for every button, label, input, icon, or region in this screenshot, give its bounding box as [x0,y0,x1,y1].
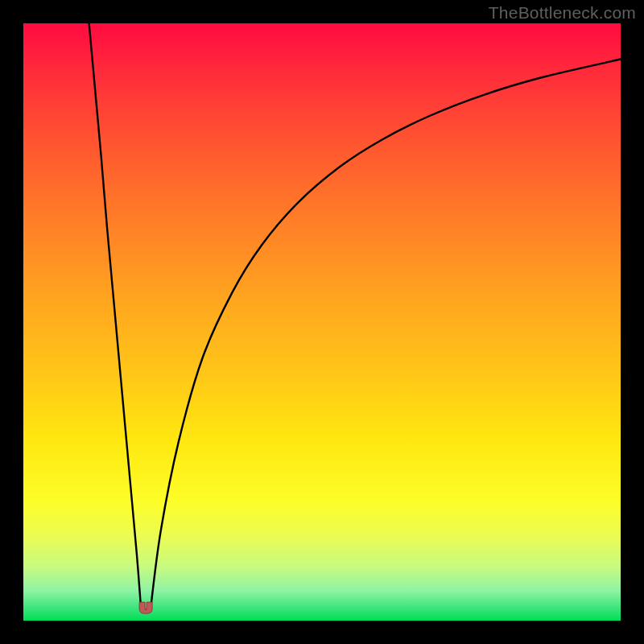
chart-plot-area [23,23,621,621]
bottleneck-curve [23,23,621,621]
curve-left-branch [89,23,142,609]
minimum-marker [139,602,152,613]
watermark-text: TheBottleneck.com [489,3,636,23]
curve-right-branch [151,60,621,609]
